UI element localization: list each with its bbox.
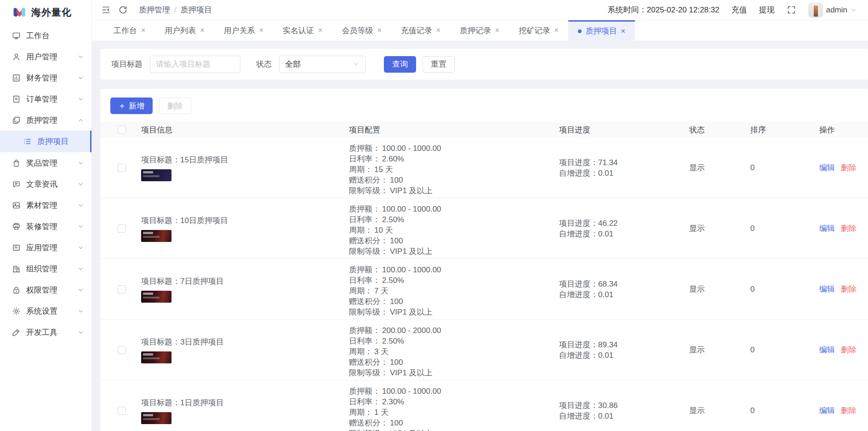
sidebar-item-orders[interactable]: 订单管理 xyxy=(0,88,91,109)
app-root: 海外量化 工作台用户管理财务管理订单管理质押管理质押项目奖品管理文章资讯素材管理… xyxy=(0,0,868,431)
close-icon[interactable]: × xyxy=(377,27,381,34)
config-line: 限制等级：VIP1 及以上 xyxy=(349,246,559,257)
tab-mining-records[interactable]: 挖矿记录× xyxy=(509,20,568,40)
config-line: 限制等级：VIP1 及以上 xyxy=(349,185,559,196)
tab-realname-auth[interactable]: 实名认证× xyxy=(273,20,332,40)
tab-member-level[interactable]: 会员等级× xyxy=(332,20,391,40)
tab-stake-projects[interactable]: 质押项目× xyxy=(568,20,635,40)
sidebar-item-organization[interactable]: 组织管理 xyxy=(0,258,91,279)
tab-user-relations[interactable]: 用户关系× xyxy=(214,20,273,40)
collapse-menu-icon[interactable] xyxy=(101,5,111,15)
delete-link[interactable]: 删除 xyxy=(841,223,857,234)
table-header: 项目信息 项目配置 项目进度 状态 排序 操作 xyxy=(100,122,868,138)
delete-link[interactable]: 删除 xyxy=(841,345,857,355)
topbar-right: 系统时间：2025-02-20 12:28:32 充值 提现 admin xyxy=(608,3,857,17)
tab-recharge-records[interactable]: 充值记录× xyxy=(391,20,450,40)
reset-button[interactable]: 重置 xyxy=(423,56,455,73)
article-icon xyxy=(12,180,21,189)
project-title: 项目标题：15日质押项目 xyxy=(141,155,349,165)
row-checkbox[interactable] xyxy=(118,407,126,415)
edit-link[interactable]: 编辑 xyxy=(819,284,835,294)
close-icon[interactable]: × xyxy=(495,27,499,34)
close-icon[interactable]: × xyxy=(436,27,440,34)
sidebar-item-apps[interactable]: 应用管理 xyxy=(0,237,91,258)
close-icon[interactable]: × xyxy=(259,27,263,34)
project-config: 质押额：100.00 - 1000.00日利率：2.30%周期：1 天赠送积分：… xyxy=(349,380,559,431)
close-icon[interactable]: × xyxy=(200,27,204,34)
sort-value: 0 xyxy=(750,198,819,259)
row-checkbox[interactable] xyxy=(118,285,126,293)
config-line: 限制等级：VIP1 及以上 xyxy=(349,428,559,431)
sort-value: 0 xyxy=(750,320,819,380)
tab-workbench[interactable]: 工作台× xyxy=(104,20,155,40)
table-row: 项目标题：3日质押项目 质押额：200.00 - 2000.00日利率：2.50… xyxy=(100,320,868,380)
recharge-button[interactable]: 充值 xyxy=(731,5,747,15)
sidebar-item-materials[interactable]: 素材管理 xyxy=(0,195,91,216)
sidebar-item-prizes[interactable]: 奖品管理 xyxy=(0,152,91,173)
breadcrumb: 质押管理 / 质押项目 xyxy=(139,5,212,15)
delete-button[interactable]: 删除 xyxy=(159,98,191,114)
sidebar-item-devtools[interactable]: 开发工具 xyxy=(0,322,91,343)
chevron-down-icon xyxy=(77,244,84,251)
config-line: 周期：1 天 xyxy=(349,407,559,418)
edit-link[interactable]: 编辑 xyxy=(819,405,835,416)
config-line: 日利率：2.50% xyxy=(349,214,559,225)
config-line: 周期：3 天 xyxy=(349,346,559,357)
refresh-icon[interactable] xyxy=(118,5,128,15)
col-header-config: 项目配置 xyxy=(349,125,559,135)
user-avatar[interactable] xyxy=(808,3,823,17)
tab-stake-records[interactable]: 质押记录× xyxy=(450,20,509,40)
chevron-up-icon xyxy=(77,117,84,124)
breadcrumb-parent[interactable]: 质押管理 xyxy=(139,5,170,15)
project-title: 项目标题：3日质押项目 xyxy=(141,337,349,347)
sidebar-item-stake[interactable]: 质押管理 xyxy=(0,109,91,131)
close-icon[interactable]: × xyxy=(554,27,558,34)
close-icon[interactable]: × xyxy=(318,27,322,34)
table-panel: 新增 删除 项目信息 项目配置 项目进度 状态 排序 操作 项目标题：15日质押… xyxy=(100,89,868,431)
sidebar-item-finance[interactable]: 财务管理 xyxy=(0,67,91,88)
project-title: 项目标题：1日质押项目 xyxy=(141,397,349,408)
col-header-status: 状态 xyxy=(689,125,750,135)
tab-user-list[interactable]: 用户列表× xyxy=(155,20,214,40)
project-title: 项目标题：7日质押项目 xyxy=(141,276,349,287)
close-icon[interactable]: × xyxy=(621,28,625,35)
project-title-input[interactable] xyxy=(150,56,240,73)
withdraw-button[interactable]: 提现 xyxy=(759,5,775,15)
user-menu[interactable]: admin xyxy=(808,3,857,17)
delete-link[interactable]: 删除 xyxy=(841,162,857,173)
row-checkbox[interactable] xyxy=(118,164,126,172)
monitor-icon xyxy=(12,31,21,40)
status-select[interactable]: 全部 xyxy=(279,56,365,73)
delete-link[interactable]: 删除 xyxy=(841,284,857,294)
edit-link[interactable]: 编辑 xyxy=(819,345,835,355)
sidebar-item-workbench[interactable]: 工作台 xyxy=(0,25,91,46)
add-button[interactable]: 新增 xyxy=(110,98,153,114)
project-progress: 项目进度：46.22 自增进度：0.01 xyxy=(559,198,689,259)
sidebar-item-decoration[interactable]: 装修管理 xyxy=(0,216,91,237)
close-icon[interactable]: × xyxy=(141,27,145,34)
config-line: 周期：10 天 xyxy=(349,225,559,236)
row-checkbox[interactable] xyxy=(118,224,126,233)
project-thumbnail xyxy=(141,412,171,424)
sidebar-item-permissions[interactable]: 权限管理 xyxy=(0,279,91,300)
delete-link[interactable]: 删除 xyxy=(841,405,857,416)
project-config: 质押额：100.00 - 1000.00日利率：2.50%周期：7 天赠送积分：… xyxy=(349,259,559,319)
table-row: 项目标题：15日质押项目 质押额：100.00 - 1000.00日利率：2.6… xyxy=(100,138,868,198)
sidebar-item-users[interactable]: 用户管理 xyxy=(0,46,91,67)
filter-title-label: 项目标题 xyxy=(111,59,143,69)
project-progress: 项目进度：71.34 自增进度：0.01 xyxy=(559,138,689,198)
select-all-checkbox[interactable] xyxy=(118,126,126,134)
table-row: 项目标题：10日质押项目 质押额：100.00 - 1000.00日利率：2.5… xyxy=(100,198,868,259)
fullscreen-icon[interactable] xyxy=(787,5,796,15)
status-value: 显示 xyxy=(689,380,750,431)
edit-link[interactable]: 编辑 xyxy=(819,223,835,234)
edit-link[interactable]: 编辑 xyxy=(819,162,835,173)
sidebar-item-settings[interactable]: 系统设置 xyxy=(0,300,91,322)
gear-icon xyxy=(12,307,21,316)
tab-bar: 工作台×用户列表×用户关系×实名认证×会员等级×充值记录×质押记录×挖矿记录×质… xyxy=(92,20,868,40)
sidebar-item-articles[interactable]: 文章资讯 xyxy=(0,173,91,195)
search-button[interactable]: 查询 xyxy=(384,56,416,73)
row-checkbox[interactable] xyxy=(118,346,126,354)
status-value: 显示 xyxy=(689,138,750,198)
sidebar-item-stake-projects[interactable]: 质押项目 xyxy=(0,131,91,152)
